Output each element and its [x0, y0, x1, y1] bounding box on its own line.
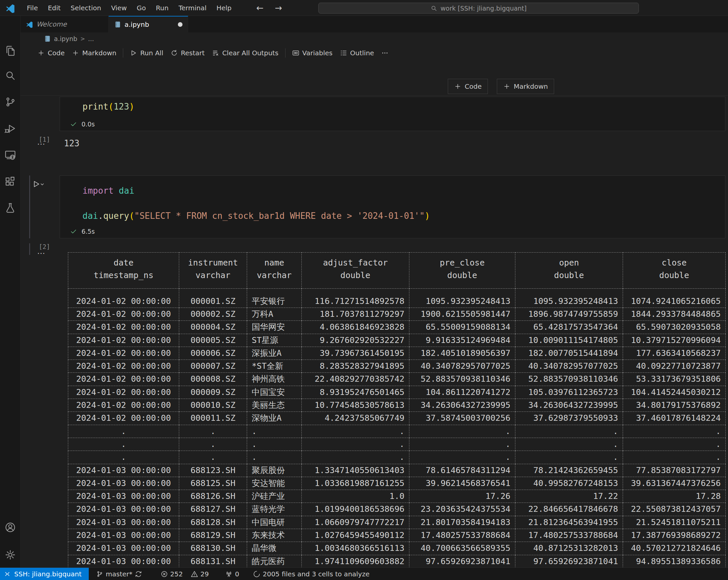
cell-instrument: 000008.SZ — [179, 373, 247, 386]
cell-instrument: 000005.SZ — [179, 334, 247, 347]
insert-code-cell-button[interactable]: Code — [448, 79, 488, 94]
cell-close: 53.33173679351806 — [623, 373, 726, 386]
cell-close: 22.550873812437057 — [623, 503, 726, 516]
output-collapse-button[interactable]: ⋯ — [37, 139, 46, 149]
nav-forward-button[interactable]: → — [275, 0, 282, 16]
cell-date: . — [68, 425, 179, 438]
cell-instrument: . — [179, 451, 247, 464]
cell-instrument: 688125.SH — [179, 477, 247, 490]
cell-name: 聚辰股份 — [247, 464, 302, 477]
toolbar-outline-button[interactable]: Outline — [336, 47, 378, 59]
activity-search-icon[interactable] — [5, 70, 16, 81]
cell-close: 17.387769398689272 — [623, 529, 726, 542]
toolbar-code-button[interactable]: Code — [34, 47, 68, 59]
analysis-status[interactable]: 2005 files and 3 cells to analyze — [251, 570, 372, 578]
cell-1-code[interactable]: print(123) — [60, 97, 725, 113]
activity-explorer-icon[interactable] — [5, 45, 16, 56]
warning-icon — [191, 571, 198, 578]
run-cell-button[interactable] — [32, 180, 45, 188]
breadcrumb-file: a.ipynb — [54, 35, 77, 43]
code-line: import dai — [82, 185, 719, 197]
menu-help[interactable]: Help — [211, 0, 236, 16]
cell-date: 2024-01-02 00:00:00 — [68, 373, 179, 386]
error-count: 252 — [170, 570, 183, 578]
menu-selection[interactable]: Selection — [66, 0, 106, 16]
cell-2-editor[interactable]: import dai dai.query("SELECT * FROM cn_s… — [60, 175, 725, 238]
tab-label: a.ipynb — [125, 21, 149, 28]
menu-edit[interactable]: Edit — [43, 0, 66, 16]
menu-bar: FileEditSelectionViewGoRunTerminalHelp — [22, 0, 236, 16]
insert-button-label: Markdown — [514, 82, 548, 90]
table-row: 2024-01-02 00:00:00000004.SZ国华网安4.063861… — [68, 321, 726, 334]
cell-name: *ST全新 — [247, 360, 302, 373]
breadcrumb[interactable]: a.ipynb > ... — [21, 32, 728, 45]
cell-open: . — [515, 425, 623, 438]
activity-remote-explorer-icon[interactable] — [5, 149, 16, 161]
more-icon — [381, 49, 389, 57]
cell-pre_close: 52.883570938110346 — [409, 373, 515, 386]
cell-date: 2024-01-03 00:00:00 — [68, 542, 179, 555]
unsaved-changes-dot[interactable] — [178, 22, 182, 27]
sync-icon — [135, 571, 142, 578]
cell-pre_close: . — [409, 425, 515, 438]
menu-view[interactable]: View — [106, 0, 131, 16]
cell-2-code[interactable]: import dai dai.query("SELECT * FROM cn_s… — [60, 176, 725, 222]
activity-extensions-icon[interactable] — [5, 176, 16, 187]
cell-pre_close: 21.801703584194183 — [409, 516, 515, 529]
menu-terminal[interactable]: Terminal — [174, 0, 212, 16]
toolbar-variables-button[interactable]: Variables — [288, 47, 336, 59]
menu-file[interactable]: File — [22, 0, 43, 16]
table-row: 2024-01-03 00:00:00688126.SH沪硅产业1.017.26… — [68, 490, 726, 503]
activity-account-icon[interactable] — [5, 522, 16, 533]
cell-1-editor[interactable]: print(123) 0.0s — [60, 96, 725, 131]
activity-settings-icon[interactable] — [5, 549, 16, 560]
cell-name: 万科A — [247, 308, 302, 321]
cell-pre_close: 97.65926923871041 — [409, 555, 515, 568]
toolbar-more-actions-button[interactable] — [378, 47, 392, 59]
tab-a-ipynb[interactable]: a.ipynb — [109, 16, 188, 32]
cell-instrument: 000006.SZ — [179, 347, 247, 360]
output-collapse-button[interactable]: ⋯ — [37, 248, 46, 258]
activity-testing-icon[interactable] — [5, 202, 16, 214]
cell-name: 沪硅产业 — [247, 490, 302, 503]
remote-indicator[interactable]: SSH: jliang.bigquant — [0, 568, 89, 580]
cell-adjust_factor: 1.3347140550613403 — [302, 464, 409, 477]
cell-pre_close: 182.40510189056397 — [409, 347, 515, 360]
toolbar-markdown-button[interactable]: Markdown — [68, 47, 120, 59]
variables-icon — [292, 49, 300, 57]
activity-source-control-icon[interactable] — [5, 96, 16, 108]
menu-go[interactable]: Go — [132, 0, 151, 16]
cell-open: 52.883570938110346 — [515, 373, 623, 386]
remote-label: SSH: jliang.bigquant — [14, 570, 81, 578]
cell-open: 40.340782957077025 — [515, 360, 623, 373]
activity-run-debug-icon[interactable] — [5, 123, 16, 134]
cell-open: 78.21424362659455 — [515, 464, 623, 477]
cell-adjust_factor: 4.063861846923828 — [302, 321, 409, 334]
cell-adjust_factor: . — [302, 451, 409, 464]
cell-open: 40.99582767248153 — [515, 477, 623, 490]
toolbar-separator — [285, 48, 286, 58]
nav-back-button[interactable]: ← — [256, 0, 264, 16]
tab-Welcome[interactable]: Welcome — [21, 16, 109, 32]
cell-open: 21.812364563941955 — [515, 516, 623, 529]
column-header-instrument: instrumentvarchar — [179, 253, 247, 289]
command-center-search[interactable]: work [SSH: jliang.bigquant] — [318, 3, 639, 13]
cell-focus-indicator — [29, 175, 30, 238]
cell-close: 34.80179175376892 — [623, 399, 726, 412]
toolbar-clear-all-outputs-button[interactable]: Clear All Outputs — [208, 47, 282, 59]
cell-pre_close: 104.8611220741272 — [409, 386, 515, 398]
code-line — [82, 197, 719, 210]
table-row: 2024-01-02 00:00:00000001.SZ平安银行116.7127… — [68, 289, 726, 308]
insert-markdown-cell-button[interactable]: Markdown — [497, 79, 554, 94]
menu-run[interactable]: Run — [151, 0, 174, 16]
cell-adjust_factor: 1.9741109609603882 — [302, 555, 409, 568]
toolbar-run-all-button[interactable]: Run All — [126, 47, 167, 59]
git-branch-status[interactable]: master* — [94, 570, 145, 578]
problems-status[interactable]: 252 29 — [158, 570, 212, 578]
cell-pre_close: 65.55009159088134 — [409, 321, 515, 334]
clear-outputs-icon — [212, 49, 219, 57]
cell-close: 37.46017876148224 — [623, 412, 726, 425]
toolbar-restart-button[interactable]: Restart — [167, 47, 208, 59]
cell-2-duration: 6.5s — [81, 228, 95, 235]
ports-status[interactable]: 0 — [223, 570, 242, 578]
